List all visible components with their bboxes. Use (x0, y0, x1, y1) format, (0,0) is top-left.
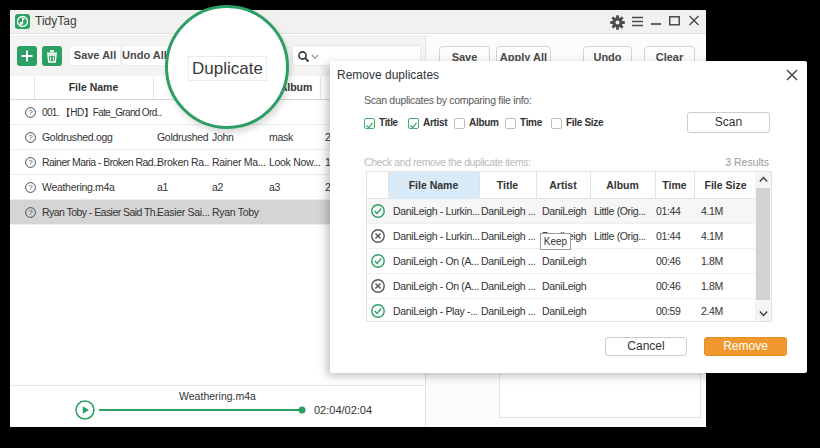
svg-text:?: ? (29, 108, 33, 117)
svg-text:?: ? (29, 158, 33, 167)
svg-text:?: ? (29, 133, 33, 142)
svg-text:?: ? (29, 208, 33, 217)
svg-text:?: ? (29, 183, 33, 192)
